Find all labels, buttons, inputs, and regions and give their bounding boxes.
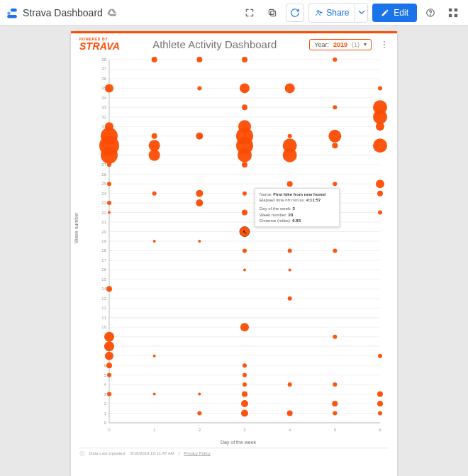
bubble[interactable] xyxy=(242,162,247,167)
bubble[interactable] xyxy=(243,248,247,253)
doc-title[interactable]: Strava Dashboard xyxy=(23,7,103,18)
bubble[interactable] xyxy=(378,86,382,90)
bubble[interactable] xyxy=(106,362,112,368)
bubble[interactable] xyxy=(243,363,247,367)
bubble[interactable] xyxy=(243,268,246,271)
bubble[interactable] xyxy=(287,411,293,416)
bubble[interactable] xyxy=(288,297,292,301)
bubble[interactable] xyxy=(238,148,252,162)
bubble[interactable] xyxy=(104,332,114,342)
bubble[interactable] xyxy=(107,201,111,205)
refresh-button[interactable] xyxy=(286,4,304,22)
svg-text:3: 3 xyxy=(104,392,107,397)
bubble[interactable] xyxy=(243,373,247,377)
bubble[interactable] xyxy=(198,240,201,243)
bubble[interactable] xyxy=(376,179,384,188)
bubble[interactable] xyxy=(105,84,113,92)
bubble[interactable] xyxy=(104,341,114,351)
bubble[interactable] xyxy=(333,57,337,62)
bubble[interactable] xyxy=(333,182,337,186)
canvas[interactable]: POWERED BY STRAVA Athlete Activity Dashb… xyxy=(0,26,468,476)
bubble[interactable] xyxy=(197,411,201,416)
bubble[interactable] xyxy=(197,86,201,90)
bubble[interactable] xyxy=(196,133,203,140)
bubble[interactable] xyxy=(242,104,247,110)
bubble[interactable] xyxy=(287,181,293,187)
svg-text:3: 3 xyxy=(243,428,246,432)
bubble[interactable] xyxy=(107,182,111,186)
year-filter[interactable]: Year: 2019 (1) ▾ xyxy=(309,39,372,50)
bubble[interactable] xyxy=(152,133,157,139)
bubble[interactable] xyxy=(152,192,157,196)
bubble[interactable] xyxy=(373,138,387,153)
help-button[interactable] xyxy=(421,4,440,22)
bubble[interactable] xyxy=(107,162,111,167)
bubble[interactable] xyxy=(153,355,156,358)
bubble[interactable] xyxy=(288,134,292,138)
bubble[interactable] xyxy=(240,83,250,93)
bubble[interactable] xyxy=(378,411,382,416)
bubble[interactable] xyxy=(333,105,337,109)
bubble[interactable] xyxy=(288,382,292,387)
bubble[interactable] xyxy=(152,57,157,62)
bubble-chart[interactable]: Week number 0123456789101112131415161718… xyxy=(89,55,387,445)
bubble[interactable] xyxy=(373,110,387,124)
bubble[interactable] xyxy=(285,83,295,93)
bubble[interactable] xyxy=(288,248,292,253)
bubble[interactable] xyxy=(198,393,201,396)
bubble[interactable] xyxy=(243,382,247,387)
bubble[interactable] xyxy=(376,122,384,131)
bubble[interactable] xyxy=(333,248,337,253)
svg-text:2: 2 xyxy=(199,428,201,432)
chart-svg[interactable]: 0123456789101112131415161718192021222324… xyxy=(89,55,387,438)
chart-menu-button[interactable] xyxy=(380,41,389,48)
bubble[interactable] xyxy=(333,382,337,387)
edit-button[interactable]: Edit xyxy=(372,4,417,22)
svg-text:1: 1 xyxy=(104,411,107,416)
bubble[interactable] xyxy=(333,411,337,416)
bubble[interactable] xyxy=(243,192,247,196)
bubble[interactable] xyxy=(149,150,160,161)
bubble[interactable] xyxy=(196,190,203,197)
strava-logo: POWERED BY STRAVA xyxy=(79,38,120,51)
share-button[interactable]: Share xyxy=(309,4,355,22)
bubble[interactable] xyxy=(101,147,118,164)
bubble[interactable] xyxy=(377,401,383,406)
copy-button[interactable] xyxy=(263,4,282,22)
privacy-link[interactable]: Privacy Policy xyxy=(184,451,210,455)
bubble[interactable] xyxy=(153,393,156,396)
svg-text:33: 33 xyxy=(101,105,106,109)
bubble[interactable] xyxy=(241,410,248,417)
fullscreen-button[interactable] xyxy=(240,4,259,22)
bubble[interactable] xyxy=(333,335,337,339)
bubble[interactable] xyxy=(378,211,382,215)
bubble[interactable] xyxy=(106,286,112,292)
bubble[interactable] xyxy=(196,57,202,62)
bubble[interactable] xyxy=(289,268,291,271)
bubble[interactable] xyxy=(241,400,248,407)
svg-text:4: 4 xyxy=(289,428,291,432)
bubble[interactable] xyxy=(107,392,111,397)
bubble[interactable] xyxy=(377,392,383,397)
footer-updated-time: 9/19/2019 10:11:47 AM xyxy=(130,451,174,455)
bubble[interactable] xyxy=(153,240,156,243)
bubble[interactable] xyxy=(332,401,338,406)
bubble[interactable] xyxy=(378,354,382,358)
bubble[interactable] xyxy=(240,323,249,331)
bubble[interactable] xyxy=(108,211,111,214)
share-dropdown[interactable] xyxy=(355,4,367,22)
apps-grid-icon[interactable] xyxy=(444,4,462,22)
bubble[interactable] xyxy=(283,148,297,162)
bubble[interactable] xyxy=(242,210,247,216)
footer-updated-label: Data Last Updated: xyxy=(89,451,126,455)
bubble[interactable] xyxy=(377,191,383,197)
tooltip: Name: First hike from new home! Elapsed … xyxy=(255,188,340,228)
drive-icon xyxy=(107,8,117,18)
bubble[interactable] xyxy=(242,392,247,397)
bubble[interactable] xyxy=(107,373,111,377)
bubble[interactable] xyxy=(328,130,341,143)
bubble[interactable] xyxy=(105,352,113,360)
bubble[interactable] xyxy=(242,57,247,62)
bubble[interactable] xyxy=(332,143,338,148)
bubble[interactable] xyxy=(196,199,203,206)
